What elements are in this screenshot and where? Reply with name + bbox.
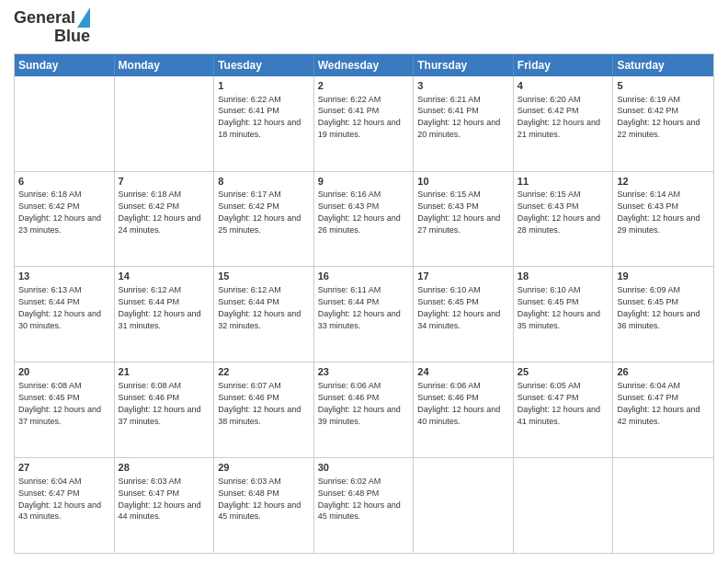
day-number: 28 <box>119 461 210 475</box>
cal-cell: 10Sunrise: 6:15 AM Sunset: 6:43 PM Dayli… <box>414 172 514 267</box>
cal-cell: 21Sunrise: 6:08 AM Sunset: 6:46 PM Dayli… <box>115 362 215 457</box>
day-number: 19 <box>617 270 710 283</box>
day-info: Sunrise: 6:04 AM Sunset: 6:47 PM Dayligh… <box>18 477 101 521</box>
day-number: 1 <box>218 79 310 93</box>
cal-cell: 28Sunrise: 6:03 AM Sunset: 6:47 PM Dayli… <box>115 458 215 553</box>
day-info: Sunrise: 6:22 AM Sunset: 6:41 PM Dayligh… <box>218 95 301 139</box>
cal-cell: 19Sunrise: 6:09 AM Sunset: 6:45 PM Dayli… <box>613 267 713 362</box>
cal-cell <box>15 76 115 171</box>
day-number: 16 <box>318 270 410 283</box>
cal-week-2: 13Sunrise: 6:13 AM Sunset: 6:44 PM Dayli… <box>15 266 713 362</box>
logo-text-blue: Blue <box>54 28 90 46</box>
day-number: 10 <box>417 175 509 189</box>
day-number: 8 <box>218 175 310 189</box>
cal-header-thursday: Thursday <box>414 54 514 76</box>
day-info: Sunrise: 6:22 AM Sunset: 6:41 PM Dayligh… <box>318 95 401 139</box>
cal-cell: 29Sunrise: 6:03 AM Sunset: 6:48 PM Dayli… <box>214 458 314 553</box>
cal-header-tuesday: Tuesday <box>214 54 314 76</box>
day-info: Sunrise: 6:08 AM Sunset: 6:45 PM Dayligh… <box>18 381 101 425</box>
day-info: Sunrise: 6:07 AM Sunset: 6:46 PM Dayligh… <box>218 381 301 425</box>
day-info: Sunrise: 6:06 AM Sunset: 6:46 PM Dayligh… <box>417 381 500 425</box>
cal-cell: 5Sunrise: 6:19 AM Sunset: 6:42 PM Daylig… <box>613 76 713 171</box>
cal-header-monday: Monday <box>115 54 215 76</box>
day-number: 2 <box>318 79 410 93</box>
cal-cell: 30Sunrise: 6:02 AM Sunset: 6:48 PM Dayli… <box>314 458 415 553</box>
day-info: Sunrise: 6:08 AM Sunset: 6:46 PM Dayligh… <box>119 381 201 425</box>
cal-cell: 6Sunrise: 6:18 AM Sunset: 6:42 PM Daylig… <box>15 172 115 267</box>
day-number: 14 <box>119 270 210 283</box>
cal-cell: 2Sunrise: 6:22 AM Sunset: 6:41 PM Daylig… <box>314 76 415 171</box>
day-number: 4 <box>518 79 609 93</box>
logo-text-general: General <box>14 9 75 28</box>
day-number: 22 <box>218 365 310 379</box>
cal-cell: 11Sunrise: 6:15 AM Sunset: 6:43 PM Dayli… <box>514 172 614 267</box>
cal-cell <box>613 458 713 553</box>
logo-triangle-icon <box>77 7 90 28</box>
day-info: Sunrise: 6:12 AM Sunset: 6:44 PM Dayligh… <box>218 285 301 329</box>
cal-cell: 18Sunrise: 6:10 AM Sunset: 6:45 PM Dayli… <box>514 267 614 362</box>
day-number: 6 <box>18 175 110 189</box>
cal-cell: 26Sunrise: 6:04 AM Sunset: 6:47 PM Dayli… <box>613 362 713 457</box>
cal-cell: 13Sunrise: 6:13 AM Sunset: 6:44 PM Dayli… <box>15 267 115 362</box>
day-info: Sunrise: 6:03 AM Sunset: 6:47 PM Dayligh… <box>119 477 201 521</box>
day-number: 11 <box>518 175 609 189</box>
cal-cell: 23Sunrise: 6:06 AM Sunset: 6:46 PM Dayli… <box>314 362 415 457</box>
cal-week-4: 27Sunrise: 6:04 AM Sunset: 6:47 PM Dayli… <box>15 457 713 553</box>
cal-week-3: 20Sunrise: 6:08 AM Sunset: 6:45 PM Dayli… <box>15 362 713 457</box>
day-info: Sunrise: 6:18 AM Sunset: 6:42 PM Dayligh… <box>119 190 201 234</box>
cal-cell: 27Sunrise: 6:04 AM Sunset: 6:47 PM Dayli… <box>15 458 115 553</box>
day-info: Sunrise: 6:19 AM Sunset: 6:42 PM Dayligh… <box>617 95 700 139</box>
day-number: 23 <box>318 365 410 379</box>
day-info: Sunrise: 6:10 AM Sunset: 6:45 PM Dayligh… <box>518 285 600 329</box>
day-info: Sunrise: 6:04 AM Sunset: 6:47 PM Dayligh… <box>617 381 700 425</box>
cal-cell: 1Sunrise: 6:22 AM Sunset: 6:41 PM Daylig… <box>214 76 314 171</box>
cal-cell: 17Sunrise: 6:10 AM Sunset: 6:45 PM Dayli… <box>414 267 514 362</box>
day-info: Sunrise: 6:03 AM Sunset: 6:48 PM Dayligh… <box>218 477 301 521</box>
cal-cell <box>115 76 215 171</box>
cal-cell: 7Sunrise: 6:18 AM Sunset: 6:42 PM Daylig… <box>115 172 215 267</box>
day-number: 20 <box>18 365 110 379</box>
day-info: Sunrise: 6:14 AM Sunset: 6:43 PM Dayligh… <box>617 190 700 234</box>
cal-cell: 25Sunrise: 6:05 AM Sunset: 6:47 PM Dayli… <box>514 362 614 457</box>
cal-cell: 3Sunrise: 6:21 AM Sunset: 6:41 PM Daylig… <box>414 76 514 171</box>
cal-cell: 9Sunrise: 6:16 AM Sunset: 6:43 PM Daylig… <box>314 172 415 267</box>
day-number: 30 <box>318 461 410 475</box>
day-number: 18 <box>518 270 609 283</box>
day-number: 24 <box>417 365 509 379</box>
cal-week-1: 6Sunrise: 6:18 AM Sunset: 6:42 PM Daylig… <box>15 171 713 267</box>
day-number: 7 <box>119 175 210 189</box>
cal-week-0: 1Sunrise: 6:22 AM Sunset: 6:41 PM Daylig… <box>15 76 713 171</box>
logo: General Blue <box>14 9 90 46</box>
cal-cell <box>414 458 514 553</box>
cal-header-wednesday: Wednesday <box>314 54 415 76</box>
day-info: Sunrise: 6:13 AM Sunset: 6:44 PM Dayligh… <box>18 285 101 329</box>
day-info: Sunrise: 6:05 AM Sunset: 6:47 PM Dayligh… <box>518 381 600 425</box>
cal-cell: 16Sunrise: 6:11 AM Sunset: 6:44 PM Dayli… <box>314 267 415 362</box>
day-info: Sunrise: 6:10 AM Sunset: 6:45 PM Dayligh… <box>417 285 500 329</box>
day-info: Sunrise: 6:16 AM Sunset: 6:43 PM Dayligh… <box>318 190 401 234</box>
day-number: 9 <box>318 175 410 189</box>
day-number: 17 <box>417 270 509 283</box>
calendar-header-row: SundayMondayTuesdayWednesdayThursdayFrid… <box>15 54 713 76</box>
day-info: Sunrise: 6:21 AM Sunset: 6:41 PM Dayligh… <box>417 95 500 139</box>
cal-cell: 4Sunrise: 6:20 AM Sunset: 6:42 PM Daylig… <box>514 76 614 171</box>
header: General Blue <box>14 9 714 46</box>
cal-cell: 8Sunrise: 6:17 AM Sunset: 6:42 PM Daylig… <box>214 172 314 267</box>
day-number: 12 <box>617 175 710 189</box>
day-number: 5 <box>617 79 710 93</box>
cal-cell: 15Sunrise: 6:12 AM Sunset: 6:44 PM Dayli… <box>214 267 314 362</box>
day-info: Sunrise: 6:11 AM Sunset: 6:44 PM Dayligh… <box>318 285 401 329</box>
day-info: Sunrise: 6:12 AM Sunset: 6:44 PM Dayligh… <box>119 285 201 329</box>
day-info: Sunrise: 6:15 AM Sunset: 6:43 PM Dayligh… <box>518 190 600 234</box>
cal-header-sunday: Sunday <box>15 54 115 76</box>
day-number: 29 <box>218 461 310 475</box>
day-number: 3 <box>417 79 509 93</box>
cal-cell: 22Sunrise: 6:07 AM Sunset: 6:46 PM Dayli… <box>214 362 314 457</box>
day-info: Sunrise: 6:02 AM Sunset: 6:48 PM Dayligh… <box>318 477 401 521</box>
day-number: 25 <box>518 365 609 379</box>
day-info: Sunrise: 6:18 AM Sunset: 6:42 PM Dayligh… <box>18 190 101 234</box>
day-info: Sunrise: 6:09 AM Sunset: 6:45 PM Dayligh… <box>617 285 700 329</box>
day-info: Sunrise: 6:20 AM Sunset: 6:42 PM Dayligh… <box>518 95 600 139</box>
day-number: 26 <box>617 365 710 379</box>
calendar: SundayMondayTuesdayWednesdayThursdayFrid… <box>14 53 714 554</box>
